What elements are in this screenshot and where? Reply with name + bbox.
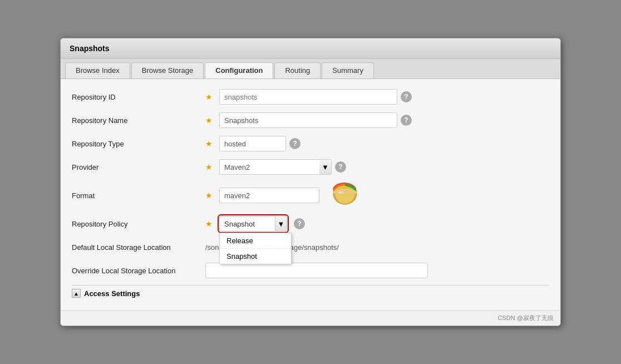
repository-id-input[interactable] (219, 89, 397, 105)
repository-type-label: Repository Type (72, 140, 205, 148)
access-settings-toggle[interactable]: ▲ (72, 289, 81, 298)
tab-summary[interactable]: Summary (322, 62, 374, 78)
required-star-6: ★ (205, 219, 213, 228)
provider-label: Provider (72, 163, 205, 171)
required-star-2: ★ (205, 116, 213, 125)
repository-id-label: Repository ID (72, 93, 205, 101)
repository-policy-row: Repository Policy ★ ▼ Release Snapshot (72, 215, 549, 233)
watermark: CSDN @寂夜了无痕 (61, 310, 560, 326)
repository-name-row: Repository Name ★ ? (72, 111, 549, 129)
required-star-4: ★ (205, 163, 213, 171)
format-field: ★ (205, 181, 549, 209)
svg-point-2 (338, 191, 343, 194)
override-storage-field (205, 263, 549, 278)
access-settings-title: Access Settings (84, 289, 140, 298)
default-storage-row: Default Local Storage Location /sonatype… (72, 238, 549, 256)
provider-help[interactable]: ? (335, 161, 346, 173)
repository-name-label: Repository Name (72, 116, 205, 125)
override-storage-row: Override Local Storage Location (72, 262, 549, 279)
policy-help[interactable]: ? (294, 218, 305, 229)
bowl-icon (328, 181, 362, 209)
format-label: Format (72, 191, 205, 200)
provider-field: ★ ▼ ? (205, 159, 549, 175)
bowl-decoration (328, 181, 362, 209)
override-storage-label: Override Local Storage Location (72, 267, 205, 275)
window-title: Snapshots (61, 38, 560, 59)
repository-id-field: ★ ? (205, 89, 549, 105)
default-storage-label: Default Local Storage Location (72, 243, 205, 252)
repository-type-row: Repository Type ★ ? (72, 135, 549, 153)
required-star-3: ★ (205, 139, 213, 148)
repository-policy-field: ★ ▼ Release Snapshot ? (205, 216, 549, 232)
policy-dropdown-container: ▼ Release Snapshot (219, 216, 287, 232)
chevron-down-icon-policy: ▼ (278, 220, 285, 228)
policy-dropdown-btn[interactable]: ▼ (275, 216, 287, 232)
main-window: Snapshots Browse Index Browse Storage Co… (60, 38, 561, 326)
access-settings-header: ▲ Access Settings (72, 285, 549, 301)
provider-input[interactable] (219, 159, 319, 175)
override-storage-input[interactable] (205, 263, 428, 278)
tab-browse-index[interactable]: Browse Index (65, 62, 130, 78)
format-input[interactable] (219, 188, 319, 203)
repository-name-field: ★ ? (205, 112, 549, 128)
tab-configuration[interactable]: Configuration (205, 62, 273, 78)
repository-type-help[interactable]: ? (289, 138, 300, 149)
repository-id-help[interactable]: ? (401, 91, 412, 102)
policy-option-release[interactable]: Release (220, 233, 291, 249)
repository-name-help[interactable]: ? (401, 115, 412, 126)
chevron-down-icon: ▼ (322, 163, 329, 171)
tab-browse-storage[interactable]: Browse Storage (131, 62, 204, 78)
form-content: Repository ID ★ ? Repository Name ★ ? Re… (61, 79, 560, 310)
provider-row: Provider ★ ▼ ? (72, 158, 549, 176)
expand-icon: ▲ (73, 291, 79, 297)
required-star-1: ★ (205, 92, 213, 101)
provider-select-wrapper: ▼ (219, 159, 332, 175)
tab-bar: Browse Index Browse Storage Configuratio… (61, 59, 560, 79)
format-row: Format ★ (72, 181, 549, 209)
policy-highlight-border: ▼ (219, 216, 287, 232)
repository-type-input[interactable] (219, 136, 286, 151)
repository-type-field: ★ ? (205, 136, 549, 151)
policy-input[interactable] (219, 216, 275, 232)
repository-name-input[interactable] (219, 112, 397, 128)
policy-dropdown-menu: Release Snapshot (219, 233, 292, 264)
policy-option-snapshot[interactable]: Snapshot (220, 249, 291, 264)
tab-routing[interactable]: Routing (274, 62, 321, 78)
repository-id-row: Repository ID ★ ? (72, 88, 549, 106)
provider-dropdown-btn[interactable]: ▼ (319, 159, 332, 175)
repository-policy-label: Repository Policy (72, 220, 205, 228)
required-star-5: ★ (205, 191, 213, 200)
